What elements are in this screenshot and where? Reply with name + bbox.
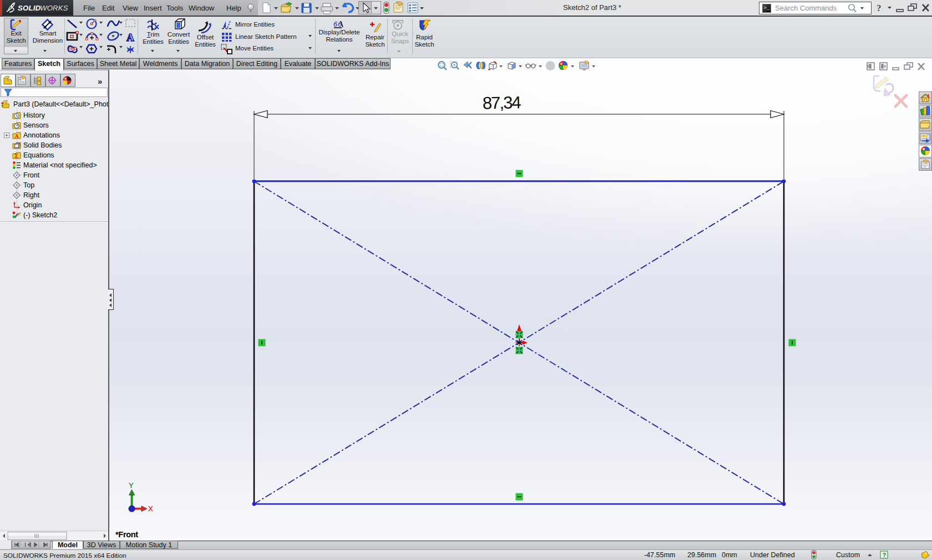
svg-text:A: A xyxy=(15,133,19,139)
svg-text:A: A xyxy=(126,32,134,43)
svg-text:87,34: 87,34 xyxy=(483,93,521,113)
svg-text:X: X xyxy=(148,505,153,513)
svg-text:Σ: Σ xyxy=(15,152,18,159)
svg-text:6: 6 xyxy=(333,20,338,28)
svg-text:SOLID: SOLID xyxy=(18,4,41,12)
svg-text:?: ? xyxy=(877,3,882,13)
svg-text:?: ? xyxy=(883,552,887,558)
svg-text:WORKS: WORKS xyxy=(40,4,68,12)
svg-text:Y: Y xyxy=(129,481,134,490)
